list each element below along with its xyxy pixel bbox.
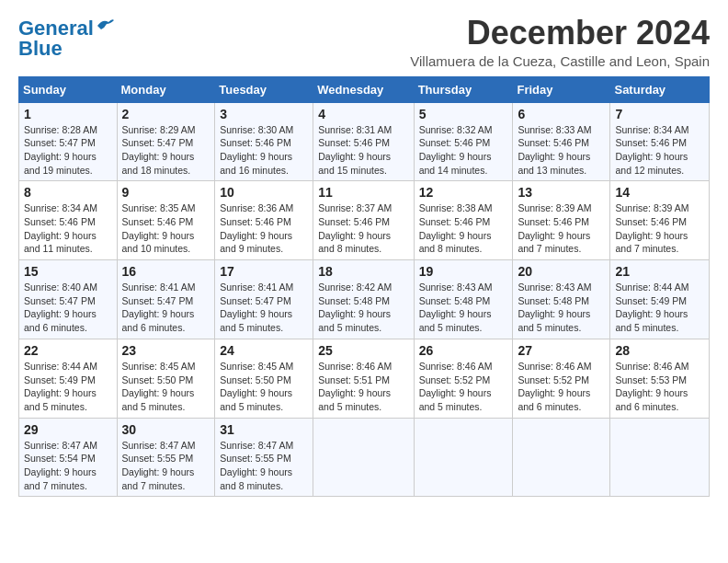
col-header-friday: Friday	[513, 76, 610, 102]
calendar-cell: 29Sunrise: 8:47 AM Sunset: 5:54 PM Dayli…	[19, 418, 118, 497]
calendar-cell: 14Sunrise: 8:39 AM Sunset: 5:46 PM Dayli…	[610, 181, 710, 260]
col-header-saturday: Saturday	[610, 76, 710, 102]
day-info: Sunrise: 8:46 AM Sunset: 5:52 PM Dayligh…	[419, 360, 508, 414]
day-number: 3	[220, 107, 308, 121]
day-number: 24	[220, 343, 308, 358]
day-number: 2	[122, 107, 210, 121]
calendar-cell: 7Sunrise: 8:34 AM Sunset: 5:46 PM Daylig…	[610, 102, 710, 181]
day-info: Sunrise: 8:43 AM Sunset: 5:48 PM Dayligh…	[419, 281, 508, 335]
day-number: 11	[318, 185, 408, 200]
calendar-cell: 18Sunrise: 8:42 AM Sunset: 5:48 PM Dayli…	[313, 260, 414, 339]
calendar-cell: 4Sunrise: 8:31 AM Sunset: 5:46 PM Daylig…	[313, 102, 414, 181]
col-header-monday: Monday	[117, 76, 215, 102]
day-number: 5	[419, 107, 508, 121]
day-number: 15	[24, 264, 112, 279]
month-title: December 2024	[410, 15, 710, 52]
col-header-sunday: Sunday	[19, 76, 118, 102]
day-info: Sunrise: 8:40 AM Sunset: 5:47 PM Dayligh…	[24, 281, 112, 335]
day-info: Sunrise: 8:31 AM Sunset: 5:46 PM Dayligh…	[318, 123, 408, 178]
day-info: Sunrise: 8:46 AM Sunset: 5:51 PM Dayligh…	[318, 360, 408, 414]
calendar-cell: 6Sunrise: 8:33 AM Sunset: 5:46 PM Daylig…	[513, 102, 610, 181]
day-info: Sunrise: 8:44 AM Sunset: 5:49 PM Dayligh…	[615, 281, 704, 335]
calendar-cell: 26Sunrise: 8:46 AM Sunset: 5:52 PM Dayli…	[414, 339, 513, 418]
page-header: General Blue December 2024 Villamuera de…	[18, 15, 710, 69]
day-info: Sunrise: 8:39 AM Sunset: 5:46 PM Dayligh…	[615, 201, 704, 256]
calendar-cell: 12Sunrise: 8:38 AM Sunset: 5:46 PM Dayli…	[414, 181, 513, 260]
title-block: December 2024 Villamuera de la Cueza, Ca…	[410, 15, 710, 69]
day-info: Sunrise: 8:30 AM Sunset: 5:46 PM Dayligh…	[220, 123, 308, 178]
week-row-2: 8Sunrise: 8:34 AM Sunset: 5:46 PM Daylig…	[19, 181, 710, 260]
day-number: 16	[122, 264, 210, 279]
calendar-cell: 21Sunrise: 8:44 AM Sunset: 5:49 PM Dayli…	[610, 260, 710, 339]
calendar-cell: 3Sunrise: 8:30 AM Sunset: 5:46 PM Daylig…	[215, 102, 313, 181]
day-info: Sunrise: 8:34 AM Sunset: 5:46 PM Dayligh…	[24, 201, 112, 256]
calendar-cell: 11Sunrise: 8:37 AM Sunset: 5:46 PM Dayli…	[313, 181, 414, 260]
day-number: 14	[615, 185, 704, 200]
week-row-3: 15Sunrise: 8:40 AM Sunset: 5:47 PM Dayli…	[19, 260, 710, 339]
calendar-cell	[313, 418, 414, 497]
calendar-cell: 23Sunrise: 8:45 AM Sunset: 5:50 PM Dayli…	[117, 339, 215, 418]
day-info: Sunrise: 8:46 AM Sunset: 5:53 PM Dayligh…	[615, 360, 704, 414]
week-row-4: 22Sunrise: 8:44 AM Sunset: 5:49 PM Dayli…	[19, 339, 710, 418]
day-info: Sunrise: 8:47 AM Sunset: 5:55 PM Dayligh…	[122, 439, 210, 493]
calendar-cell: 9Sunrise: 8:35 AM Sunset: 5:46 PM Daylig…	[117, 181, 215, 260]
day-number: 30	[122, 422, 210, 437]
day-number: 12	[419, 185, 508, 200]
day-number: 19	[419, 264, 508, 279]
day-info: Sunrise: 8:41 AM Sunset: 5:47 PM Dayligh…	[220, 281, 308, 335]
day-number: 4	[318, 107, 408, 121]
day-number: 6	[518, 107, 605, 121]
logo-blue-text: Blue	[18, 39, 63, 59]
col-header-thursday: Thursday	[414, 76, 513, 102]
calendar-cell	[513, 418, 610, 497]
day-info: Sunrise: 8:47 AM Sunset: 5:55 PM Dayligh…	[220, 439, 308, 493]
calendar-cell	[610, 418, 710, 497]
day-number: 10	[220, 185, 308, 200]
location-title: Villamuera de la Cueza, Castille and Leo…	[410, 53, 710, 69]
day-number: 29	[24, 422, 112, 437]
week-row-5: 29Sunrise: 8:47 AM Sunset: 5:54 PM Dayli…	[19, 418, 710, 497]
week-row-1: 1Sunrise: 8:28 AM Sunset: 5:47 PM Daylig…	[19, 102, 710, 181]
day-info: Sunrise: 8:29 AM Sunset: 5:47 PM Dayligh…	[122, 123, 210, 178]
calendar-cell: 22Sunrise: 8:44 AM Sunset: 5:49 PM Dayli…	[19, 339, 118, 418]
day-number: 22	[24, 343, 112, 358]
day-number: 26	[419, 343, 508, 358]
calendar-cell: 20Sunrise: 8:43 AM Sunset: 5:48 PM Dayli…	[513, 260, 610, 339]
day-number: 21	[615, 264, 704, 279]
calendar-table: SundayMondayTuesdayWednesdayThursdayFrid…	[18, 76, 710, 498]
calendar-cell: 30Sunrise: 8:47 AM Sunset: 5:55 PM Dayli…	[117, 418, 215, 497]
calendar-cell: 13Sunrise: 8:39 AM Sunset: 5:46 PM Dayli…	[513, 181, 610, 260]
day-info: Sunrise: 8:45 AM Sunset: 5:50 PM Dayligh…	[220, 360, 308, 414]
calendar-cell: 8Sunrise: 8:34 AM Sunset: 5:46 PM Daylig…	[19, 181, 118, 260]
day-number: 1	[24, 107, 112, 121]
logo: General Blue	[18, 18, 116, 59]
day-number: 20	[518, 264, 605, 279]
day-number: 9	[122, 185, 210, 200]
col-header-wednesday: Wednesday	[313, 76, 414, 102]
day-number: 8	[24, 185, 112, 200]
calendar-cell: 17Sunrise: 8:41 AM Sunset: 5:47 PM Dayli…	[215, 260, 313, 339]
col-header-tuesday: Tuesday	[215, 76, 313, 102]
calendar-cell: 19Sunrise: 8:43 AM Sunset: 5:48 PM Dayli…	[414, 260, 513, 339]
day-number: 27	[518, 343, 605, 358]
day-info: Sunrise: 8:41 AM Sunset: 5:47 PM Dayligh…	[122, 281, 210, 335]
day-info: Sunrise: 8:44 AM Sunset: 5:49 PM Dayligh…	[24, 360, 112, 414]
calendar-cell: 27Sunrise: 8:46 AM Sunset: 5:52 PM Dayli…	[513, 339, 610, 418]
day-info: Sunrise: 8:42 AM Sunset: 5:48 PM Dayligh…	[318, 281, 408, 335]
calendar-cell: 24Sunrise: 8:45 AM Sunset: 5:50 PM Dayli…	[215, 339, 313, 418]
day-number: 23	[122, 343, 210, 358]
calendar-cell: 15Sunrise: 8:40 AM Sunset: 5:47 PM Dayli…	[19, 260, 118, 339]
day-number: 17	[220, 264, 308, 279]
calendar-cell: 5Sunrise: 8:32 AM Sunset: 5:46 PM Daylig…	[414, 102, 513, 181]
calendar-cell: 25Sunrise: 8:46 AM Sunset: 5:51 PM Dayli…	[313, 339, 414, 418]
calendar-cell: 1Sunrise: 8:28 AM Sunset: 5:47 PM Daylig…	[19, 102, 118, 181]
logo-text: General	[18, 18, 94, 39]
day-info: Sunrise: 8:32 AM Sunset: 5:46 PM Dayligh…	[419, 123, 508, 178]
day-number: 25	[318, 343, 408, 358]
bird-icon	[96, 17, 116, 33]
calendar-header-row: SundayMondayTuesdayWednesdayThursdayFrid…	[19, 76, 710, 102]
calendar-cell: 28Sunrise: 8:46 AM Sunset: 5:53 PM Dayli…	[610, 339, 710, 418]
calendar-body: 1Sunrise: 8:28 AM Sunset: 5:47 PM Daylig…	[19, 102, 710, 497]
day-info: Sunrise: 8:34 AM Sunset: 5:46 PM Dayligh…	[615, 123, 704, 178]
day-info: Sunrise: 8:38 AM Sunset: 5:46 PM Dayligh…	[419, 201, 508, 256]
